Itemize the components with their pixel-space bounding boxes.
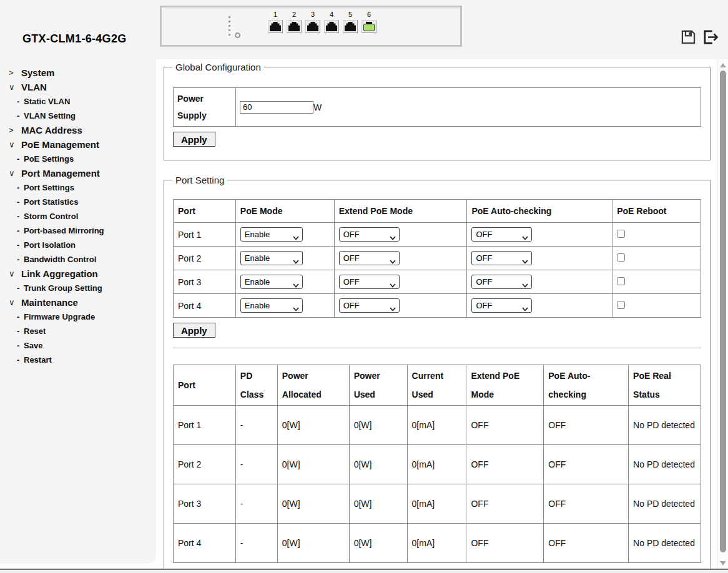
sidebar-item-link-aggregation[interactable]: ∨Link Aggregation <box>0 267 156 281</box>
chevron-down-icon: ∨ <box>9 269 21 278</box>
port-setting-section: Port Setting Port PoE Mode Extend PoE Mo… <box>164 180 711 569</box>
table-row: Power Supply W <box>174 88 701 127</box>
poe-mode-select[interactable]: Enable <box>240 251 303 265</box>
port-label: Port 1 <box>174 223 236 247</box>
power-supply-input[interactable] <box>240 101 313 114</box>
port-4-button[interactable] <box>324 20 339 33</box>
rj45-port-icon <box>288 22 300 31</box>
dash: - <box>17 197 24 207</box>
sidebar-item-vlan[interactable]: ∨VLAN <box>0 80 156 94</box>
sidebar-item-restart[interactable]: -Restart <box>0 353 156 367</box>
save-icon[interactable] <box>680 29 697 46</box>
scroll-down-arrow-icon[interactable] <box>720 561 726 566</box>
poe-real-status-value: No PD detected <box>629 406 701 445</box>
port-6-button[interactable] <box>362 20 376 33</box>
port-number-label: 2 <box>292 11 296 20</box>
poe-auto-checking-select[interactable]: OFF <box>471 227 532 242</box>
power-used-value: 0[W] <box>349 445 407 484</box>
scrollbar-thumb[interactable] <box>720 71 726 552</box>
poe-auto-checking-select[interactable]: OFF <box>471 298 532 313</box>
sidebar-item-vlan-setting[interactable]: -VLAN Setting <box>0 109 156 123</box>
sidebar-item-port-statistics[interactable]: -Port Statistics <box>0 195 156 209</box>
port-2-button[interactable] <box>287 20 302 33</box>
logout-icon[interactable] <box>702 29 719 46</box>
sidebar-item-trunk-group-setting[interactable]: -Trunk Group Setting <box>0 281 156 295</box>
scroll-up-arrow-icon[interactable] <box>720 63 726 67</box>
sidebar-item-system[interactable]: >System <box>0 66 156 80</box>
current-used-value: 0[mA] <box>407 524 466 563</box>
extend-poe-mode-value: OFF <box>466 406 544 445</box>
port-1-button[interactable] <box>268 20 283 33</box>
dash: - <box>17 97 24 106</box>
global-apply-button[interactable]: Apply <box>173 132 215 147</box>
poe-auto-checking-select[interactable]: OFF <box>471 275 532 289</box>
power-supply-table: Power Supply W <box>173 87 701 127</box>
poe-auto-checking-value: OFF <box>544 445 629 484</box>
extend-poe-mode-select[interactable]: OFF <box>339 227 400 242</box>
port-3-button[interactable] <box>305 20 320 33</box>
chevron-down-icon: ∨ <box>9 82 21 92</box>
sidebar-item-port-based-mirroring[interactable]: -Port-based Mirroring <box>0 223 156 238</box>
sidebar-item-poe-management[interactable]: ∨PoE Management <box>0 137 156 152</box>
rj45-port-icon <box>270 22 281 31</box>
extend-poe-mode-value: OFF <box>466 484 544 524</box>
poe-auto-checking-value: OFF <box>544 484 629 524</box>
bottom-strip <box>0 570 728 573</box>
device-front-panel: 1 2 3 4 5 6 <box>160 6 462 47</box>
sidebar-item-reset[interactable]: -Reset <box>0 324 156 338</box>
dash: - <box>17 183 24 192</box>
table-row: Port 1 - 0[W] 0[W] 0[mA] OFF OFF No PD d… <box>174 406 701 445</box>
chevron-right-icon: > <box>9 125 21 135</box>
poe-reboot-checkbox[interactable] <box>617 253 625 262</box>
sidebar-item-port-management[interactable]: ∨Port Management <box>0 166 156 180</box>
port-number-label: 6 <box>367 11 371 20</box>
poe-auto-checking-value: OFF <box>544 406 629 445</box>
sidebar-item-bandwidth-control[interactable]: -Bandwidth Control <box>0 252 156 267</box>
poe-reboot-checkbox[interactable] <box>617 277 625 285</box>
section-legend: Global Configuration <box>172 62 264 72</box>
port-setting-apply-button[interactable]: Apply <box>173 323 215 338</box>
sidebar-item-firmware-upgrade[interactable]: -Firmware Upgrade <box>0 310 156 324</box>
poe-mode-select[interactable]: Enable <box>240 298 303 313</box>
chevron-down-icon: ∨ <box>9 298 21 307</box>
poe-mode-select[interactable]: Enable <box>240 275 303 289</box>
sidebar-item-save[interactable]: -Save <box>0 338 156 353</box>
extend-poe-mode-select[interactable]: OFF <box>339 251 400 265</box>
dash: - <box>17 326 24 336</box>
dash: - <box>17 212 24 221</box>
sidebar-item-static-vlan[interactable]: -Static VLAN <box>0 94 156 109</box>
port-label: Port 1 <box>174 406 236 445</box>
sidebar: GTX-CLM1-6-4G2G >System ∨VLAN -Static VL… <box>0 59 156 564</box>
table-row: Port 4 Enable OFF OFF <box>174 294 701 318</box>
sidebar-item-storm-control[interactable]: -Storm Control <box>0 209 156 223</box>
power-used-value: 0[W] <box>349 484 407 524</box>
power-supply-unit: W <box>313 102 322 112</box>
rj45-port-icon <box>307 22 318 31</box>
dash: - <box>17 355 24 365</box>
rj45-port-active-icon <box>363 24 375 31</box>
sidebar-item-port-settings[interactable]: -Port Settings <box>0 180 156 195</box>
main-content: Global Configuration Power Supply W Appl… <box>156 59 717 569</box>
sidebar-item-maintenance[interactable]: ∨Maintenance <box>0 295 156 310</box>
port-5-button[interactable] <box>343 20 358 33</box>
poe-mode-select[interactable]: Enable <box>240 227 303 242</box>
poe-auto-checking-select[interactable]: OFF <box>471 251 532 265</box>
power-supply-label: Power Supply <box>174 88 236 127</box>
rj45-port-icon <box>345 22 356 31</box>
sidebar-item-poe-settings[interactable]: -PoE Settings <box>0 152 156 166</box>
port-number-label: 3 <box>311 11 315 20</box>
extend-poe-mode-select[interactable]: OFF <box>339 275 400 289</box>
extend-poe-mode-select[interactable]: OFF <box>339 298 400 313</box>
power-allocated-value: 0[W] <box>277 484 349 524</box>
power-allocated-value: 0[W] <box>277 445 349 484</box>
port-number-label: 1 <box>273 11 277 20</box>
sidebar-item-port-isolation[interactable]: -Port Isolation <box>0 238 156 252</box>
poe-reboot-checkbox[interactable] <box>617 230 625 238</box>
pd-class-value: - <box>235 406 277 445</box>
dash: - <box>17 154 24 164</box>
poe-reboot-checkbox[interactable] <box>617 301 625 309</box>
rj45-port-icon <box>326 22 337 31</box>
sidebar-item-mac-address[interactable]: >MAC Address <box>0 123 156 137</box>
power-used-value: 0[W] <box>349 524 407 563</box>
current-used-value: 0[mA] <box>407 484 466 524</box>
